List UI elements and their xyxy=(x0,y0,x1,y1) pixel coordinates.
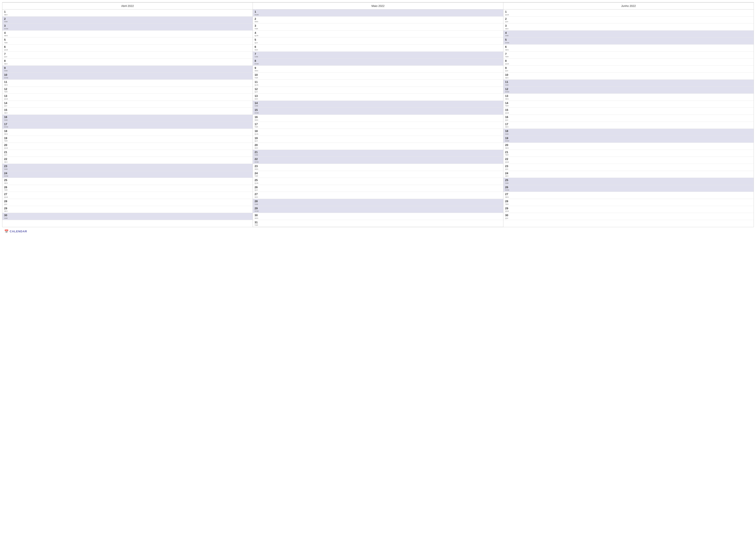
day-row[interactable]: 23SEG xyxy=(253,164,503,171)
day-row[interactable]: 9SEG xyxy=(253,66,503,73)
day-number: 29 xyxy=(4,207,9,210)
day-row[interactable]: 9QUI xyxy=(503,66,754,73)
day-row[interactable]: 17DOM xyxy=(2,122,253,129)
day-row[interactable]: 24TER xyxy=(253,171,503,178)
day-row[interactable]: 2SEG xyxy=(253,16,503,24)
day-row[interactable]: 7QUI xyxy=(2,52,253,59)
day-row[interactable]: 16QUI xyxy=(503,115,754,122)
day-row[interactable]: 6SEG xyxy=(503,44,754,52)
day-row[interactable]: 4SEG xyxy=(2,31,253,38)
day-row[interactable]: 21QUI xyxy=(2,150,253,157)
day-row[interactable]: 3DOM xyxy=(2,23,253,31)
day-row[interactable]: 28QUI xyxy=(2,199,253,206)
day-row[interactable]: 1SEX xyxy=(2,10,253,16)
day-row[interactable]: 29DOM xyxy=(253,206,503,213)
day-row[interactable]: 11SAB xyxy=(503,80,754,87)
day-row[interactable]: 16SAB xyxy=(2,115,253,122)
day-row[interactable]: 1QUA xyxy=(503,10,754,16)
day-row[interactable]: 4QUA xyxy=(253,31,503,38)
day-row[interactable]: 25SEG xyxy=(2,178,253,185)
day-row[interactable]: 25SAB xyxy=(503,178,754,185)
day-row[interactable]: 19DOM xyxy=(503,136,754,143)
day-row[interactable]: 23SAB xyxy=(2,164,253,171)
day-row[interactable]: 21TER xyxy=(503,150,754,157)
day-row[interactable]: 23QUI xyxy=(503,164,754,171)
day-row[interactable]: 18QUA xyxy=(253,129,503,136)
day-row[interactable]: 30SEG xyxy=(253,213,503,220)
day-row[interactable]: 4SAB xyxy=(503,31,754,38)
day-row[interactable]: 19TER xyxy=(2,136,253,143)
day-row[interactable]: 15DOM xyxy=(253,108,503,115)
day-row[interactable]: 18SAB xyxy=(503,129,754,136)
day-row[interactable]: 12QUI xyxy=(253,87,503,94)
day-info: 30QUI xyxy=(505,214,510,219)
day-row[interactable]: 26DOM xyxy=(503,185,754,192)
day-row[interactable]: 11QUA xyxy=(253,80,503,87)
day-label: DOM xyxy=(505,42,510,44)
day-row[interactable]: 22SEX xyxy=(2,157,253,164)
day-row[interactable]: 17SEX xyxy=(503,122,754,129)
day-row[interactable]: 27SEX xyxy=(253,192,503,199)
day-row[interactable]: 8SEX xyxy=(2,59,253,66)
day-row[interactable]: 14TER xyxy=(503,101,754,108)
day-row[interactable]: 24SEX xyxy=(503,171,754,178)
day-row[interactable]: 10SEX xyxy=(503,73,754,80)
day-row[interactable]: 26QUI xyxy=(253,185,503,192)
day-row[interactable]: 13SEX xyxy=(253,94,503,101)
day-row[interactable]: 15SEX xyxy=(2,108,253,115)
day-row[interactable]: 21SAB xyxy=(253,150,503,157)
day-row[interactable]: 13QUA xyxy=(2,94,253,101)
day-row[interactable]: 6SEX xyxy=(253,44,503,52)
day-row[interactable]: 17TER xyxy=(253,122,503,129)
day-label: SAB xyxy=(505,182,510,184)
day-row[interactable]: 14SAB xyxy=(253,101,503,108)
day-row[interactable]: 8DOM xyxy=(253,59,503,66)
day-info: 1SEX xyxy=(4,10,9,16)
day-row[interactable]: 28TER xyxy=(503,199,754,206)
day-row[interactable]: 29QUA xyxy=(503,206,754,213)
day-row[interactable]: 3SEX xyxy=(503,23,754,31)
day-row[interactable]: 30SAB xyxy=(2,213,253,220)
day-row[interactable]: 24DOM xyxy=(2,171,253,178)
day-row[interactable]: 6QUA xyxy=(2,44,253,52)
footer-logo: 📅 CALENDAR xyxy=(4,229,27,233)
day-row[interactable]: 20SEG xyxy=(503,143,754,150)
day-row[interactable]: 22QUA xyxy=(503,157,754,164)
day-row[interactable]: 12TER xyxy=(2,87,253,94)
day-row[interactable]: 11SEG xyxy=(2,80,253,87)
day-row[interactable]: 20QUA xyxy=(2,143,253,150)
day-row[interactable]: 7SAB xyxy=(253,52,503,59)
day-row[interactable]: 2QUI xyxy=(503,16,754,24)
day-label: TER xyxy=(505,105,510,107)
day-row[interactable]: 5TER xyxy=(2,38,253,44)
day-row[interactable]: 7TER xyxy=(503,52,754,59)
day-row[interactable]: 29SEX xyxy=(2,206,253,213)
day-row[interactable]: 19QUI xyxy=(253,136,503,143)
day-row[interactable]: 25QUA xyxy=(253,178,503,185)
day-row[interactable]: 18SEG xyxy=(2,129,253,136)
day-row[interactable]: 5DOM xyxy=(503,38,754,44)
day-row[interactable]: 20SEX xyxy=(253,143,503,150)
day-row[interactable]: 10TER xyxy=(253,73,503,80)
day-row[interactable]: 28SAB xyxy=(253,199,503,206)
day-label: SAB xyxy=(4,21,9,23)
day-row[interactable]: 27SEG xyxy=(503,192,754,199)
day-row[interactable]: 12DOM xyxy=(503,87,754,94)
day-row[interactable]: 14QUI xyxy=(2,101,253,108)
day-row[interactable]: 27QUA xyxy=(2,192,253,199)
day-row[interactable]: 30QUI xyxy=(503,213,754,220)
day-row[interactable]: 22DOM xyxy=(253,157,503,164)
day-row[interactable]: 5QUI xyxy=(253,38,503,44)
day-row[interactable]: 3TER xyxy=(253,23,503,31)
day-row[interactable]: 26TER xyxy=(2,185,253,192)
day-row[interactable]: 13SEG xyxy=(503,94,754,101)
day-row[interactable]: 16SEG xyxy=(253,115,503,122)
day-row[interactable]: 1DOM xyxy=(253,10,503,16)
day-row[interactable]: 31TER xyxy=(253,220,503,227)
day-row[interactable]: 10DOM xyxy=(2,73,253,80)
day-row[interactable]: 8QUA xyxy=(503,59,754,66)
day-label: QUA xyxy=(255,84,259,86)
day-row[interactable]: 9SAB xyxy=(2,66,253,73)
day-row[interactable]: 15QUA xyxy=(503,108,754,115)
day-row[interactable]: 2SAB xyxy=(2,16,253,24)
